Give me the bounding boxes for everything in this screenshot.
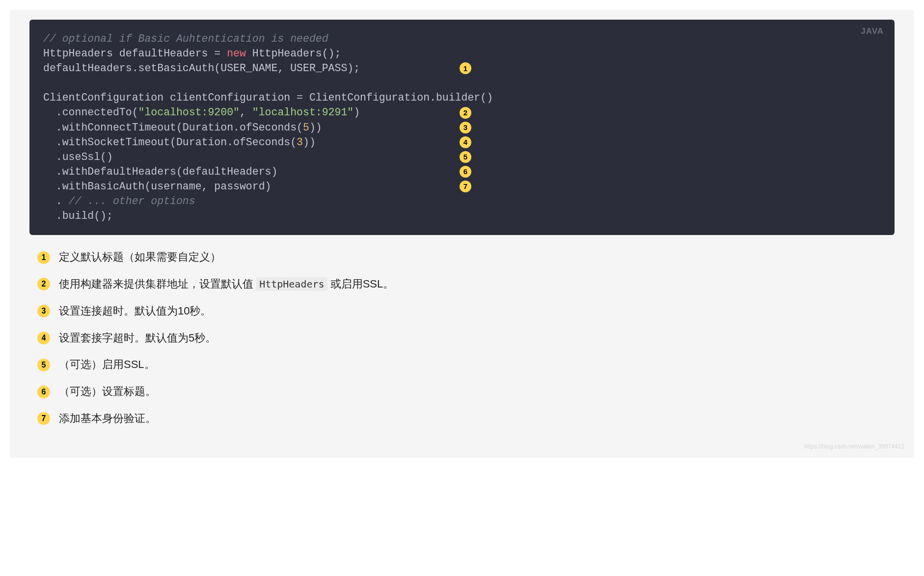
callout-row: 7 添加基本身份验证。 xyxy=(37,411,895,426)
callout-text: （可选）设置标题。 xyxy=(59,384,156,399)
callout-badge: 3 xyxy=(37,305,50,317)
callout-row: 1 定义默认标题（如果需要自定义） xyxy=(37,250,895,265)
callout-row: 3 设置连接超时。默认值为10秒。 xyxy=(37,304,895,319)
callout-text: 添加基本身份验证。 xyxy=(59,411,156,426)
callout-list: 1 定义默认标题（如果需要自定义） 2 使用构建器来提供集群地址，设置默认值 H… xyxy=(29,250,895,426)
code-callout-badge-7: 7 xyxy=(460,181,471,192)
code-callout-badge-2: 2 xyxy=(460,107,471,119)
callout-row: 6 （可选）设置标题。 xyxy=(37,384,895,399)
code-pre: // optional if Basic Auhtentication is n… xyxy=(43,31,881,223)
document-panel: JAVA // optional if Basic Auhtentication… xyxy=(10,10,914,458)
code-callout-badge-6: 6 xyxy=(460,166,471,178)
code-callout-badge-3: 3 xyxy=(460,122,471,133)
callout-text: 定义默认标题（如果需要自定义） xyxy=(59,250,221,265)
callout-badge: 4 xyxy=(37,332,50,344)
callout-badge: 2 xyxy=(37,278,50,290)
callout-text: 设置套接字超时。默认值为5秒。 xyxy=(59,331,216,346)
code-callout-badge-1: 1 xyxy=(460,62,471,74)
code-comment: // optional if Basic Auhtentication is n… xyxy=(43,33,328,45)
code-callout-badge-5: 5 xyxy=(460,151,471,163)
callout-text: 使用构建器来提供集群地址，设置默认值 HttpHeaders 或启用SSL。 xyxy=(59,277,394,292)
callout-badge: 7 xyxy=(37,412,50,425)
callout-badge: 6 xyxy=(37,386,50,398)
callout-row: 2 使用构建器来提供集群地址，设置默认值 HttpHeaders 或启用SSL。 xyxy=(37,277,895,292)
callout-badge: 1 xyxy=(37,251,50,264)
callout-text: 设置连接超时。默认值为10秒。 xyxy=(59,304,211,319)
callout-row: 5 （可选）启用SSL。 xyxy=(37,357,895,372)
callout-badge: 5 xyxy=(37,359,50,371)
callout-row: 4 设置套接字超时。默认值为5秒。 xyxy=(37,331,895,346)
code-callout-badge-4: 4 xyxy=(460,136,471,148)
callout-text: （可选）启用SSL。 xyxy=(59,357,155,372)
code-block: JAVA // optional if Basic Auhtentication… xyxy=(29,20,895,235)
inline-code: HttpHeaders xyxy=(256,277,327,291)
watermark: https://blog.csdn.net/walkin_39974412 xyxy=(804,443,904,450)
